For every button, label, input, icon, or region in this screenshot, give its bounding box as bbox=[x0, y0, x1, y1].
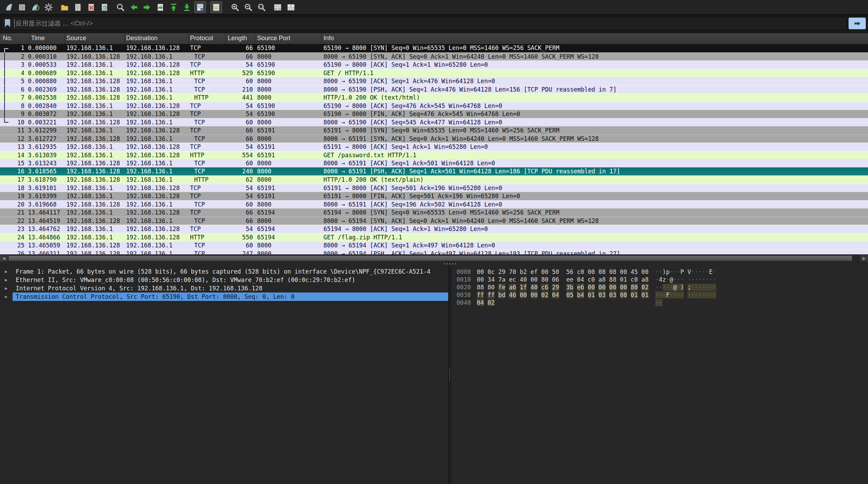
column-header-source[interactable]: Source bbox=[66, 35, 86, 42]
scroll-left-button[interactable]: ◀ bbox=[0, 255, 8, 261]
column-header-destination[interactable]: Destination bbox=[126, 35, 158, 42]
find-packet-button[interactable] bbox=[115, 1, 126, 13]
detail-line-4[interactable]: ▶Transmission Control Protocol, Src Port… bbox=[0, 292, 448, 301]
go-to-last-button[interactable] bbox=[181, 1, 193, 13]
column-separator[interactable] bbox=[225, 34, 226, 44]
conversation-bracket bbox=[4, 118, 8, 123]
horizontal-splitter[interactable] bbox=[0, 261, 868, 266]
zoom-out-button[interactable] bbox=[242, 1, 254, 13]
cell-len: 54 bbox=[210, 192, 253, 201]
cell-dst: 192.168.136.128 bbox=[126, 44, 180, 52]
packet-row-26[interactable]: 2613.466311192.168.136.128192.168.136.1T… bbox=[0, 250, 868, 255]
reload-file-button[interactable] bbox=[99, 1, 110, 13]
packet-row-25[interactable]: 2513.465059192.168.136.128192.168.136.1T… bbox=[0, 241, 868, 250]
packet-row-16[interactable]: 163.618565192.168.136.128192.168.136.1TC… bbox=[0, 167, 868, 176]
close-file-button[interactable] bbox=[85, 1, 97, 13]
horizontal-scrollbar[interactable]: ◀ ▶ bbox=[0, 254, 868, 262]
packet-row-10[interactable]: 100.003221192.168.136.128192.168.136.1TC… bbox=[0, 118, 868, 127]
zoom-in-button[interactable] bbox=[229, 1, 241, 13]
column-separator[interactable] bbox=[255, 34, 255, 44]
packet-row-12[interactable]: 123.612727192.168.136.128192.168.136.1TC… bbox=[0, 135, 868, 143]
capture-options-button[interactable] bbox=[43, 1, 54, 13]
packet-row-21[interactable]: 2113.464117192.168.136.1192.168.136.128T… bbox=[0, 208, 868, 217]
save-file-button[interactable] bbox=[72, 1, 84, 13]
packet-row-11[interactable]: 113.612299192.168.136.1192.168.136.128TC… bbox=[0, 126, 868, 135]
go-back-button[interactable] bbox=[128, 1, 140, 13]
hex-line-0010[interactable]: 001000 34 7a ec 40 00 80 06 ee 04 c0 a8 … bbox=[451, 276, 868, 283]
packet-row-6[interactable]: 60.002369192.168.136.128192.168.136.1TCP… bbox=[0, 85, 868, 94]
packet-row-23[interactable]: 2313.464762192.168.136.1192.168.136.128T… bbox=[0, 225, 868, 233]
go-to-first-button[interactable] bbox=[168, 1, 180, 13]
packet-row-5[interactable]: 50.000880192.168.136.128192.168.136.1TCP… bbox=[0, 77, 868, 85]
start-capture-button[interactable] bbox=[3, 1, 15, 13]
go-forward-button[interactable] bbox=[141, 1, 153, 13]
hex-line-0000[interactable]: 000000 0c 29 70 b2 ef 00 50 56 c0 00 08 … bbox=[451, 268, 868, 276]
column-separator[interactable] bbox=[188, 34, 189, 44]
column-separator[interactable] bbox=[65, 34, 65, 44]
packet-row-4[interactable]: 40.000689192.168.136.1192.168.136.128HTT… bbox=[0, 69, 868, 77]
apply-filter-button[interactable]: ➡ bbox=[848, 17, 866, 29]
packet-row-14[interactable]: 143.613039192.168.136.1192.168.136.128HT… bbox=[0, 151, 868, 159]
column-header-source-port[interactable]: Source Port bbox=[257, 35, 290, 42]
expand-arrow-icon[interactable]: ▶ bbox=[5, 284, 7, 292]
column-header-time[interactable]: Time bbox=[31, 35, 45, 42]
hex-line-0030[interactable]: 0030ff ff bd 46 00 00 02 04 05 b4 01 03 … bbox=[451, 291, 868, 299]
stop-capture-button[interactable] bbox=[16, 1, 28, 13]
packet-row-15[interactable]: 153.613243192.168.136.128192.168.136.1TC… bbox=[0, 159, 868, 167]
expand-arrow-icon[interactable]: ▶ bbox=[5, 276, 7, 284]
packet-row-13[interactable]: 133.612935192.168.136.1192.168.136.128TC… bbox=[0, 143, 868, 151]
detail-line-1[interactable]: ▶Frame 1: Packet, 66 bytes on wire (528 … bbox=[0, 267, 448, 276]
packet-row-1[interactable]: 10.000000192.168.136.1192.168.136.128TCP… bbox=[0, 44, 868, 52]
cell-time: 0.000880 bbox=[28, 77, 57, 86]
vertical-splitter[interactable] bbox=[448, 266, 451, 484]
cell-proto: TCP bbox=[194, 86, 205, 94]
column-separator[interactable] bbox=[321, 34, 322, 44]
packet-row-18[interactable]: 183.619101192.168.136.1192.168.136.128TC… bbox=[0, 184, 868, 192]
cell-proto: TCP bbox=[190, 102, 201, 110]
scrollbar-thumb[interactable] bbox=[8, 255, 852, 261]
colorize-packets-button[interactable] bbox=[210, 1, 222, 13]
column-header-length[interactable]: Length bbox=[228, 35, 247, 42]
packet-row-2[interactable]: 20.000310192.168.136.128192.168.136.1TCP… bbox=[0, 52, 868, 61]
column-header-info[interactable]: Info bbox=[323, 35, 334, 42]
packet-row-22[interactable]: 2213.464519192.168.136.128192.168.136.1T… bbox=[0, 217, 868, 225]
hex-line-0020[interactable]: 002088 80 fe a6 1f 40 c6 29 3b e6 00 00 … bbox=[451, 283, 868, 291]
packet-row-3[interactable]: 30.000533192.168.136.1192.168.136.128TCP… bbox=[0, 60, 868, 69]
cell-no: 16 bbox=[8, 167, 24, 176]
packet-row-24[interactable]: 2413.464866192.168.136.1192.168.136.128H… bbox=[0, 233, 868, 241]
resize-columns-button[interactable] bbox=[272, 1, 284, 13]
cell-dst: 192.168.136.1 bbox=[126, 118, 173, 127]
go-to-packet-button[interactable] bbox=[154, 1, 166, 13]
cell-sport: 8000 bbox=[257, 167, 271, 176]
cell-proto: TCP bbox=[190, 225, 201, 233]
packet-row-8[interactable]: 80.002840192.168.136.1192.168.136.128TCP… bbox=[0, 102, 868, 110]
cell-src: 192.168.136.128 bbox=[66, 201, 120, 209]
filter-placeholder: 应用显示过滤器 ... <Ctrl-/> bbox=[16, 19, 93, 28]
cell-proto: HTTP bbox=[194, 94, 209, 102]
cell-info: 8000 → 65191 [ACK] Seq=1 Ack=501 Win=641… bbox=[323, 159, 495, 168]
hex-line-0040[interactable]: 004004 02 ·· bbox=[451, 299, 868, 306]
column-header-protocol[interactable]: Protocol bbox=[190, 35, 213, 42]
open-file-button[interactable] bbox=[59, 1, 71, 13]
cell-no: 14 bbox=[8, 151, 24, 160]
scroll-right-button[interactable]: ▶ bbox=[860, 255, 868, 261]
expand-arrow-icon[interactable]: ▶ bbox=[5, 267, 7, 276]
column-separator[interactable] bbox=[124, 34, 125, 44]
packet-row-7[interactable]: 70.002538192.168.136.128192.168.136.1HTT… bbox=[0, 93, 868, 102]
filter-bookmark-icon[interactable] bbox=[4, 19, 12, 28]
column-separator[interactable] bbox=[29, 34, 30, 44]
auto-scroll-button[interactable] bbox=[194, 1, 206, 13]
detail-line-2[interactable]: ▶Ethernet II, Src: VMware_c0:00:08 (00:5… bbox=[0, 276, 448, 284]
expand-arrow-icon[interactable]: ▶ bbox=[5, 292, 7, 301]
restart-capture-button[interactable] bbox=[29, 1, 41, 13]
packet-row-9[interactable]: 90.003072192.168.136.1192.168.136.128TCP… bbox=[0, 110, 868, 118]
column-header-no-[interactable]: No. bbox=[3, 35, 13, 42]
packet-row-17[interactable]: 173.618790192.168.136.128192.168.136.1HT… bbox=[0, 175, 868, 184]
packet-row-20[interactable]: 203.619668192.168.136.128192.168.136.1TC… bbox=[0, 200, 868, 209]
packet-row-19[interactable]: 193.619399192.168.136.1192.168.136.128TC… bbox=[0, 192, 868, 200]
display-filter-input[interactable]: 应用显示过滤器 ... <Ctrl-/> bbox=[1, 17, 847, 30]
detail-line-3[interactable]: ▶Internet Protocol Version 4, Src: 192.1… bbox=[0, 284, 448, 292]
zoom-normal-button[interactable]: 1:1 bbox=[256, 1, 268, 13]
cell-no: 12 bbox=[8, 135, 24, 143]
toggle-columns-button[interactable]: 110 bbox=[285, 1, 297, 13]
